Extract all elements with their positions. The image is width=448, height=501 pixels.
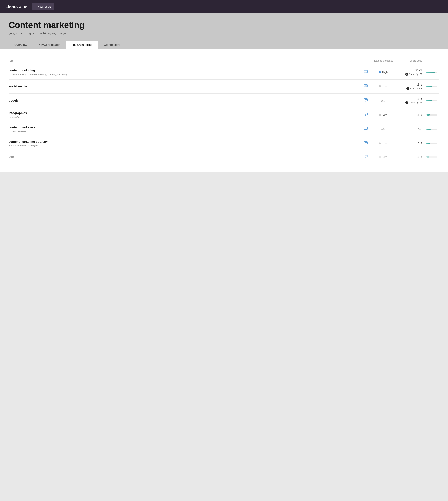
term-name: content marketing strategy: [9, 140, 359, 144]
dot-low: [379, 114, 381, 116]
top-navigation: clearscope + New report: [0, 0, 448, 13]
col-header-bar: [424, 58, 439, 65]
term-cell: content marketing strategycontent market…: [9, 137, 362, 151]
chat-icon[interactable]: [364, 141, 368, 146]
na-text: n/a: [381, 99, 385, 102]
heading-cell: Low: [371, 137, 396, 151]
chat-icon-cell: [362, 108, 371, 122]
bar-cell: [424, 151, 439, 163]
col-header-term: Term: [9, 58, 362, 65]
tab-keyword-search[interactable]: Keyword search: [33, 41, 66, 49]
typical-cell: 17–49 ✓ Currently: 12: [396, 65, 424, 79]
typical-range: 1–3: [398, 142, 422, 145]
term-name: social media: [9, 85, 359, 88]
chat-icon[interactable]: [364, 155, 368, 159]
bar-container: [427, 72, 437, 73]
table-row[interactable]: infographicsinfographic Low1–3: [9, 108, 439, 122]
chat-icon-cell: [362, 65, 371, 79]
bar-container: [427, 114, 437, 116]
svg-rect-12: [364, 127, 367, 129]
bar-cell: [424, 65, 439, 79]
chat-icon[interactable]: [364, 127, 368, 132]
bar-fill: [427, 72, 434, 73]
na-text: n/a: [381, 128, 385, 131]
typical-range: 2–4: [398, 83, 422, 86]
tab-overview[interactable]: Overview: [9, 41, 33, 49]
table-row[interactable]: social media Low2–4 ✓ Currently: 3: [9, 79, 439, 94]
term-name: content marketing: [9, 69, 359, 72]
typical-range: 1–3: [398, 97, 422, 100]
typical-cell: 1–3: [396, 108, 424, 122]
svg-rect-6: [364, 99, 367, 101]
heading-cell: High: [371, 65, 396, 79]
currently-badge: ✓ Currently: 3: [406, 87, 422, 90]
col-header-icon: [362, 58, 371, 65]
meta-run-info: run 14 days ago by you: [38, 32, 67, 35]
table-row[interactable]: content marketing strategycontent market…: [9, 137, 439, 151]
heading-indicator: Low: [379, 155, 387, 158]
term-name: infographics: [9, 111, 359, 115]
heading-cell: Low: [371, 79, 396, 94]
table-header-row: Term Heading presence Typical uses: [9, 58, 439, 65]
heading-indicator: Low: [379, 85, 387, 88]
svg-rect-9: [364, 113, 367, 115]
typical-cell: 1–3 ✓ Currently: 11: [396, 94, 424, 108]
svg-rect-3: [364, 85, 367, 87]
chat-icon-cell: [362, 137, 371, 151]
new-report-button[interactable]: + New report: [32, 3, 54, 10]
currently-badge: ✓ Currently: 11: [405, 101, 422, 104]
typical-cell: 2–4 ✓ Currently: 3: [396, 79, 424, 94]
table-row[interactable]: content marketerscontent marketer n/a1–2: [9, 122, 439, 137]
term-cell: seo: [9, 151, 362, 163]
heading-cell: n/a: [371, 94, 396, 108]
svg-rect-15: [364, 141, 367, 144]
chat-icon-cell: [362, 79, 371, 94]
currently-badge: ✓ Currently: 12: [405, 73, 422, 76]
heading-cell: Low: [371, 108, 396, 122]
bar-container: [427, 143, 437, 144]
tab-competitors[interactable]: Competitors: [98, 41, 126, 49]
dot-low: [379, 156, 381, 158]
typical-cell: 1–3: [396, 137, 424, 151]
dot-high: [379, 71, 381, 73]
tabs-container: Overview Keyword search Relevant terms C…: [9, 41, 439, 49]
check-icon: ✓: [405, 101, 408, 104]
bar-fill: [427, 156, 429, 158]
tab-relevant-terms[interactable]: Relevant terms: [66, 41, 98, 49]
bar-cell: [424, 122, 439, 137]
page-meta: google.com · English · run 14 days ago b…: [9, 32, 439, 35]
chat-icon-cell: [362, 122, 371, 137]
terms-table: Term Heading presence Typical uses conte…: [9, 58, 439, 163]
meta-separator-2: ·: [36, 32, 38, 35]
bar-cell: [424, 108, 439, 122]
svg-rect-0: [364, 70, 367, 73]
page-title: Content marketing: [9, 20, 439, 30]
chat-icon[interactable]: [364, 70, 368, 75]
term-cell: infographicsinfographic: [9, 108, 362, 122]
dot-low: [379, 142, 381, 145]
check-icon: ✓: [405, 73, 408, 76]
typical-cell: 1–3: [396, 151, 424, 163]
bar-fill: [427, 114, 430, 116]
typical-cell: 1–2: [396, 122, 424, 137]
table-row[interactable]: content marketingcontentmarketing, conte…: [9, 65, 439, 79]
heading-indicator: Low: [379, 113, 387, 116]
term-variants: infographic: [9, 116, 359, 118]
chat-icon-cell: [362, 151, 371, 163]
chat-icon-cell: [362, 94, 371, 108]
term-cell: content marketerscontent marketer: [9, 122, 362, 137]
term-cell: social media: [9, 79, 362, 94]
chat-icon[interactable]: [364, 98, 368, 103]
typical-range: 1–3: [398, 155, 422, 158]
header-section: Content marketing google.com · English ·…: [0, 13, 448, 49]
term-variants: content marketer: [9, 130, 359, 133]
term-variants: content marketing strategies: [9, 144, 359, 147]
bar-fill: [427, 100, 432, 101]
chat-icon[interactable]: [364, 113, 368, 117]
term-variants: contentmarketing, content-marketing, con…: [9, 73, 359, 76]
bar-cell: [424, 137, 439, 151]
table-row[interactable]: google n/a1–3 ✓ Currently: 11: [9, 94, 439, 108]
table-row[interactable]: seo Low1–3: [9, 151, 439, 163]
chat-icon[interactable]: [364, 84, 368, 89]
heading-indicator: Low: [379, 142, 387, 145]
